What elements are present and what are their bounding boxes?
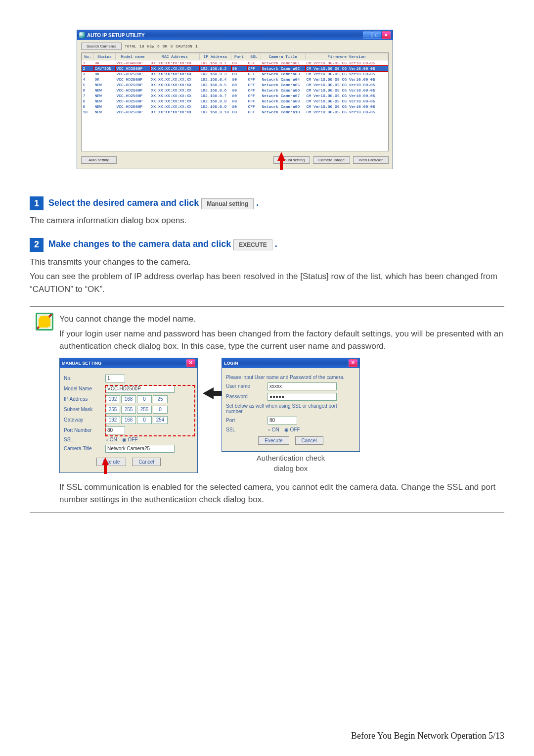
table-row[interactable]: 3OKVCC-HD2500PXX:XX:XX:XX:XX:XX192.168.0… bbox=[82, 71, 388, 77]
stat-caution: 1 bbox=[195, 44, 198, 48]
ssl-label: SSL bbox=[64, 437, 102, 442]
bottom-button-row: Auto setting Manual setting Camera Image… bbox=[77, 151, 393, 169]
table-row[interactable]: 2CAUTIONVCC-HD2500PXX:XX:XX:XX:XX:XX192.… bbox=[82, 66, 388, 71]
maximize-button[interactable]: □ bbox=[372, 31, 381, 39]
arrow-to-execute-icon bbox=[102, 457, 109, 465]
camera-image-button[interactable]: Camera Image bbox=[313, 156, 350, 164]
app-icon bbox=[79, 32, 85, 38]
auto-setting-button[interactable]: Auto setting bbox=[81, 156, 117, 164]
step-1-heading: 1 Select the desired camera and click Ma… bbox=[30, 196, 504, 210]
table-row[interactable]: 6NEWVCC-HD2500PXX:XX:XX:XX:XX:XX192.168.… bbox=[82, 88, 388, 93]
table-row[interactable]: 8NEWVCC-HD2500PXX:XX:XX:XX:XX:XX192.168.… bbox=[82, 98, 388, 104]
ip-address-label: IP Address bbox=[64, 396, 102, 402]
column-header[interactable]: Firmware Version bbox=[306, 53, 388, 60]
execute-button[interactable]: Exe ute bbox=[96, 458, 126, 466]
dialog-titlebar: MANUAL SETTING ✕ bbox=[60, 358, 197, 368]
login-subnote: Set below as well when using SSL or chan… bbox=[226, 403, 356, 414]
column-header[interactable]: MAC Address bbox=[150, 53, 200, 60]
column-header[interactable]: Status bbox=[94, 53, 116, 60]
auth-caption2: dialog box bbox=[222, 464, 360, 472]
dialogs-row: MANUAL SETTING ✕ No.1 Model NameVCC-HD25… bbox=[59, 358, 504, 473]
step-1-tail: . bbox=[256, 198, 259, 208]
cancel-button[interactable]: Cancel bbox=[132, 458, 160, 466]
stat-new: 6 bbox=[157, 44, 160, 48]
column-header[interactable]: Camera Title bbox=[261, 53, 306, 60]
manual-setting-dialog: MANUAL SETTING ✕ No.1 Model NameVCC-HD25… bbox=[59, 358, 198, 473]
table-row[interactable]: 1OKVCC-HD4000PXX:XX:XX:XX:XX:XX192.168.0… bbox=[82, 60, 388, 66]
arrow-left-icon bbox=[203, 387, 214, 399]
no-field[interactable]: 1 bbox=[105, 375, 125, 382]
stat-new-label: NEW bbox=[147, 44, 154, 48]
ssl-radio[interactable]: ONOFF bbox=[105, 437, 138, 442]
port-number-label: Port Number bbox=[64, 427, 102, 433]
cancel-button[interactable]: Cancel bbox=[295, 436, 323, 445]
dialog-title: MANUAL SETTING bbox=[62, 361, 101, 366]
note-block: You cannot change the model name. If you… bbox=[30, 306, 504, 513]
table-row[interactable]: 9NEWVCC-HD2500PXX:XX:XX:XX:XX:XX192.168.… bbox=[82, 104, 388, 109]
note-pencil-icon bbox=[36, 313, 53, 331]
table-row[interactable]: 10NEWVCC-HD2500PXX:XX:XX:XX:XX:XX192.168… bbox=[82, 109, 388, 115]
inline-execute-button: EXECUTE bbox=[233, 239, 272, 250]
no-label: No. bbox=[64, 376, 102, 381]
window-titlebar: AUTO IP SETUP UTILITY _ □ ✕ bbox=[77, 30, 393, 40]
password-field[interactable]: ●●●●● bbox=[267, 393, 337, 401]
step-2-heading: 2 Make changes to the camera data and cl… bbox=[30, 238, 504, 252]
inline-manual-setting-button: Manual setting bbox=[201, 198, 254, 209]
column-header[interactable]: Model name bbox=[116, 53, 150, 60]
subnet-mask-label: Subnet Mask bbox=[64, 407, 102, 412]
dialog-title: LOGIN bbox=[224, 361, 238, 366]
table-row[interactable]: 7NEWVCC-HD2500PXX:XX:XX:XX:XX:XX192.168.… bbox=[82, 93, 388, 98]
step-2-text: Make changes to the camera data and clic… bbox=[48, 239, 233, 249]
table-row[interactable]: 5NEWVCC-HD2500PXX:XX:XX:XX:XX:XX192.168.… bbox=[82, 82, 388, 88]
window-title: AUTO IP SETUP UTILITY bbox=[87, 33, 145, 38]
minimize-button[interactable]: _ bbox=[363, 31, 372, 39]
model-name-label: Model Name bbox=[64, 386, 102, 391]
close-icon[interactable]: ✕ bbox=[349, 359, 357, 367]
web-browser-button[interactable]: Web Browser bbox=[353, 156, 389, 164]
execute-button[interactable]: Execute bbox=[258, 436, 289, 445]
auth-caption1: Authentication check bbox=[222, 454, 360, 462]
login-prompt: Please input User name and Password of t… bbox=[226, 375, 345, 380]
step-1-body: The camera information dialog box opens. bbox=[30, 214, 504, 227]
toolbar: Search Cameras TOTAL 10 NEW 6 OK 3 CAUTI… bbox=[77, 40, 393, 52]
user-name-label: User name bbox=[226, 383, 265, 389]
stat-ok-label: OK bbox=[163, 44, 168, 48]
camera-list[interactable]: No.StatusModel nameMAC AddressIP Address… bbox=[81, 52, 389, 151]
step-2-tail: . bbox=[275, 239, 277, 249]
camera-title-field[interactable]: Network Camera25 bbox=[105, 445, 175, 453]
password-label: Password bbox=[226, 394, 265, 399]
auto-ip-setup-window: AUTO IP SETUP UTILITY _ □ ✕ Search Camer… bbox=[77, 30, 393, 169]
arrow-to-manual-setting-icon bbox=[277, 152, 285, 161]
close-icon[interactable]: ✕ bbox=[186, 359, 195, 367]
close-button[interactable]: ✕ bbox=[382, 31, 391, 39]
user-name-field[interactable]: xxxxx bbox=[267, 382, 337, 390]
dialog-titlebar: LOGIN ✕ bbox=[222, 358, 359, 368]
stat-ok: 3 bbox=[170, 44, 173, 48]
note-p1: You cannot change the model name. bbox=[59, 313, 504, 326]
stat-total: 10 bbox=[139, 44, 144, 48]
stat-total-label: TOTAL bbox=[125, 44, 136, 48]
stat-caution-label: CAUTION bbox=[176, 44, 192, 48]
column-header[interactable]: IP Address bbox=[200, 53, 231, 60]
note-p2: If your login user name and password has… bbox=[59, 328, 504, 353]
port-field[interactable]: 80 bbox=[267, 417, 297, 425]
port-label: Port bbox=[226, 418, 265, 423]
highlight-box-icon bbox=[105, 385, 195, 436]
step-number-badge: 1 bbox=[30, 196, 44, 210]
search-cameras-button[interactable]: Search Cameras bbox=[81, 43, 122, 50]
column-header[interactable]: SSL bbox=[247, 53, 261, 60]
table-row[interactable]: 4OKVCC-HD2500PXX:XX:XX:XX:XX:XX192.168.0… bbox=[82, 77, 388, 82]
step-2-body2: You can see the problem of IP address ov… bbox=[30, 270, 504, 295]
step-number-badge: 2 bbox=[30, 238, 44, 252]
camera-title-label: Camera Title bbox=[64, 446, 102, 451]
step-1-text: Select the desired camera and click bbox=[48, 198, 201, 208]
column-header[interactable]: Port bbox=[231, 53, 247, 60]
login-dialog: LOGIN ✕ Please input User name and Passw… bbox=[222, 358, 360, 452]
gateway-label: Gateway bbox=[64, 417, 102, 423]
ssl-radio[interactable]: ONOFF bbox=[267, 427, 300, 432]
note-p3: If SSL communication is enabled for the … bbox=[59, 481, 504, 506]
step-2-body1: This transmits your changes to the camer… bbox=[30, 256, 504, 269]
ssl-label: SSL bbox=[226, 427, 265, 432]
page-footer: Before You Begin Network Operation 5/13 bbox=[351, 731, 504, 741]
column-header[interactable]: No. bbox=[82, 53, 94, 60]
